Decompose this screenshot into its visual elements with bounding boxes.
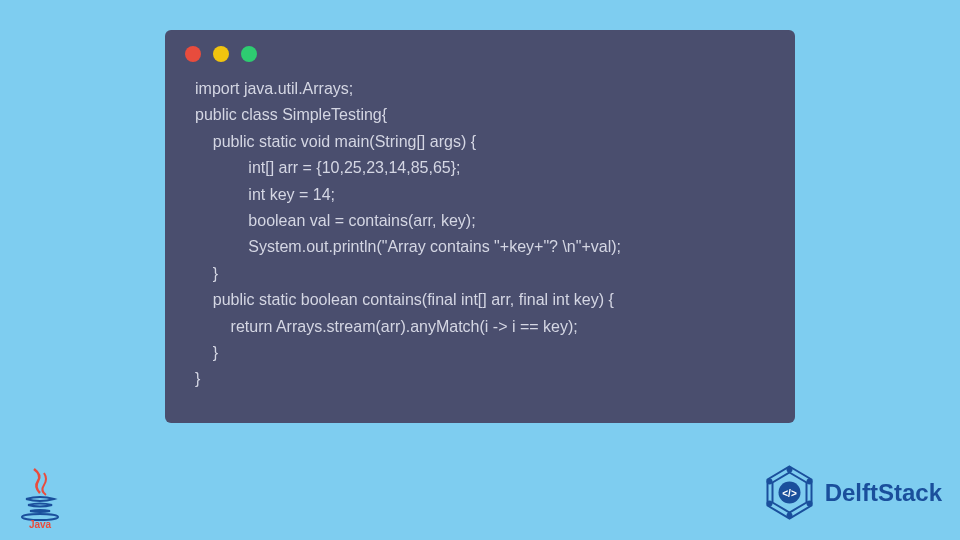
minimize-dot[interactable] <box>213 46 229 62</box>
code-line: } <box>195 344 218 361</box>
code-line: } <box>195 265 218 282</box>
svg-point-9 <box>786 513 792 519</box>
code-line: } <box>195 370 200 387</box>
svg-text:Java: Java <box>29 519 52 530</box>
code-body: import java.util.Arrays; public class Si… <box>165 70 795 403</box>
svg-point-10 <box>766 501 772 507</box>
close-dot[interactable] <box>185 46 201 62</box>
code-line: return Arrays.stream(arr).anyMatch(i -> … <box>195 318 578 335</box>
svg-point-6 <box>786 467 792 473</box>
code-line: public static boolean contains(final int… <box>195 291 614 308</box>
code-line: import java.util.Arrays; <box>195 80 353 97</box>
svg-point-7 <box>806 479 812 485</box>
java-logo: Java <box>18 465 63 530</box>
code-line: int[] arr = {10,25,23,14,85,65}; <box>195 159 461 176</box>
code-line: System.out.println("Array contains "+key… <box>195 238 621 255</box>
maximize-dot[interactable] <box>241 46 257 62</box>
svg-point-11 <box>766 479 772 485</box>
code-line: public class SimpleTesting{ <box>195 106 387 123</box>
window-controls <box>165 30 795 70</box>
svg-text:</>: </> <box>782 488 797 499</box>
delftstack-badge-icon: </> <box>762 465 817 520</box>
code-line: public static void main(String[] args) { <box>195 133 476 150</box>
code-line: boolean val = contains(arr, key); <box>195 212 476 229</box>
delftstack-logo: </> DelftStack <box>762 465 942 520</box>
svg-point-8 <box>806 501 812 507</box>
java-icon: Java <box>18 465 63 530</box>
delftstack-label: DelftStack <box>825 479 942 507</box>
code-line: int key = 14; <box>195 186 335 203</box>
code-window: import java.util.Arrays; public class Si… <box>165 30 795 423</box>
